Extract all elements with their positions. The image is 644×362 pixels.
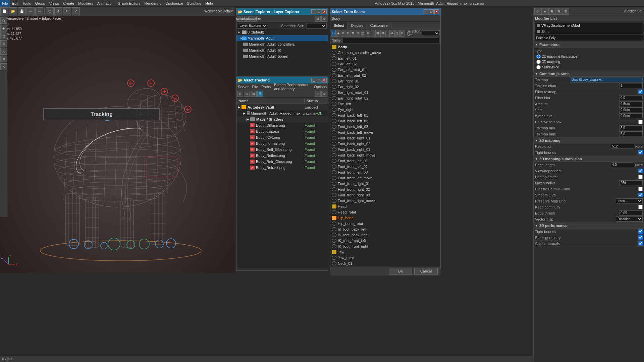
asset-body-normal[interactable]: P Body_normal.png Found (236, 140, 328, 146)
scene-item-ik-foot-back-left[interactable]: IK_foot_back_left (330, 226, 440, 232)
move-btn[interactable]: ✛ (54, 7, 62, 15)
menu-help[interactable]: Help (203, 0, 215, 7)
editable-poly-item[interactable]: Editable Poly (534, 35, 643, 41)
redo-btn[interactable]: ↪ (35, 7, 43, 15)
sfs-selection-set-dropdown[interactable] (422, 31, 440, 36)
scene-item-foot-back-right-01[interactable]: Foot_back_right_01 (330, 135, 440, 141)
sfs-btn-1[interactable]: ⬡ (331, 30, 336, 37)
menu-file[interactable]: File (0, 0, 10, 7)
mod-btn-5[interactable]: ⊠ (562, 8, 569, 15)
scene-item-foot-back-left-03[interactable]: Foot_back_left_03 (330, 124, 440, 129)
menu-views[interactable]: Views (47, 0, 61, 7)
options-btn[interactable]: ⚙ (321, 16, 327, 22)
scene-object-list[interactable]: Body Common_controller_move Ear_left_01 … (330, 44, 440, 266)
2d-mapping-header[interactable]: ▼ 2D mapping (534, 137, 644, 143)
viewport[interactable]: + [ Perspective ] Shaded + Edged Faces ]… (0, 16, 235, 273)
menu-server[interactable]: Server (238, 85, 249, 89)
scene-item-ear-left-02[interactable]: Ear_left_02 (330, 61, 440, 67)
asset-body-diffuse[interactable]: P Body_Diffuse.png Found (236, 122, 328, 128)
filter-blur-input[interactable] (619, 95, 643, 100)
edge-length-input[interactable] (611, 162, 634, 167)
at-options-btn[interactable]: ⚙ (321, 91, 327, 97)
asset-body-disp[interactable]: P Body_disp.exr Found (236, 128, 328, 134)
scene-item-body[interactable]: Body (330, 44, 440, 50)
scene-item-ear-left-rotat-02[interactable]: Ear_left_rotat_02 (330, 72, 440, 78)
modifier-stack[interactable]: VRayDisplacementMod Skin (534, 22, 643, 34)
parameters-section-header[interactable]: ▼ Parameters (534, 42, 644, 48)
scene-item-jaw[interactable]: Jaw (330, 249, 440, 255)
scene-item-foot-front-left-move[interactable]: Foot_front_left_move (330, 175, 440, 181)
texture-chan-input[interactable] (619, 83, 643, 88)
sfs-btn-12[interactable]: ⬛ (385, 30, 390, 37)
scene-item-foot-front-left-02[interactable]: Foot_front_left_02 (330, 164, 440, 169)
asset-body-refr-gloss[interactable]: P Body_Refr_Gloss.png Found (236, 159, 328, 165)
classic-catmull-check[interactable] (638, 187, 643, 191)
menu-create[interactable]: Create (61, 0, 76, 7)
static-geometry-check[interactable] (638, 235, 643, 240)
scene-item-head-rotat[interactable]: Head_rotat (330, 209, 440, 215)
filter-btn[interactable]: ⊟ (315, 16, 321, 22)
customize-tab-btn[interactable]: Customize (251, 16, 257, 22)
common-params-header[interactable]: ▼ Common params (534, 71, 644, 77)
scene-item-foot-back-right-move[interactable]: Foot_back_right_move (330, 152, 440, 158)
menu-options[interactable]: Options (314, 85, 327, 89)
scene-item-ear-right-rotat-02[interactable]: Ear_right_rotat_02 (330, 95, 440, 101)
layer-item-mammoth-adult[interactable]: ▶ Mammoth_Adult (236, 35, 328, 41)
at-toolbar-btn2[interactable]: ⊟ (244, 91, 250, 97)
scene-item-foot-front-left-01[interactable]: Foot_front_left_01 (330, 158, 440, 164)
scene-item-hip-bone-rotat[interactable]: Hip_bone_rotat (330, 221, 440, 226)
scene-item-foot-front-right-03[interactable]: Foot_front_right_03 (330, 192, 440, 198)
menu-edit[interactable]: Edit (10, 0, 20, 7)
modifier-skin[interactable]: Skin (535, 28, 643, 34)
scene-item-ear-left-rotat-01[interactable]: Ear_left_rotat_01 (330, 67, 440, 72)
scene-item-common-controller[interactable]: Common_controller_move (330, 50, 440, 55)
new-btn[interactable]: 📄 (0, 7, 8, 15)
scene-item-foot-back-left-move[interactable]: Foot_back_left_move (330, 129, 440, 135)
minimize-btn[interactable]: _ (311, 9, 316, 14)
scene-item-ear-right-rotat-01[interactable]: Ear_right_rotat_01 (330, 89, 440, 95)
use-object-mtl-check[interactable] (638, 175, 643, 179)
undo-btn[interactable]: ↩ (26, 7, 35, 15)
amount-input[interactable] (619, 101, 643, 106)
scene-item-eye-right[interactable]: Eye_right (330, 107, 440, 112)
mod-btn-2[interactable]: ◈ (541, 8, 548, 15)
texmap-max-input[interactable] (619, 131, 643, 136)
sfs-btn-10[interactable]: ⊞ (375, 30, 380, 37)
view-dependent-check[interactable] (638, 169, 643, 173)
menu-scripting[interactable]: Scripting (185, 0, 203, 7)
sfs-btn-5[interactable]: ⊠ (351, 30, 356, 37)
scene-item-ear-right-02[interactable]: Ear_right_02 (330, 84, 440, 89)
at-toolbar-btn4[interactable]: ☰ (257, 91, 263, 97)
scene-item-foot-front-right-move[interactable]: Foot_front_right_move (330, 198, 440, 203)
menu-tools[interactable]: Tools (20, 0, 33, 7)
asset-body-refract[interactable]: P Body_Refract.png Found (236, 165, 328, 171)
at-minimize-btn[interactable]: _ (311, 78, 316, 82)
scene-item-foot-front-right-01[interactable]: Foot_front_right_01 (330, 181, 440, 186)
left-tool-5[interactable]: △ (0, 48, 7, 55)
resolution-input[interactable] (611, 144, 634, 149)
sfs-btn-13[interactable]: ⊕ (390, 30, 395, 37)
scene-item-eye-left[interactable]: Eye_left (330, 101, 440, 107)
layer-item-controllers[interactable]: ▷ Mammoth_Adult_controllers (236, 41, 328, 47)
filter-texmap-check[interactable] (638, 89, 643, 94)
sfs-btn-11[interactable]: ⊡ (380, 30, 385, 37)
scene-item-foot-back-left-02[interactable]: Foot_back_left_02 (330, 118, 440, 124)
subdivision-header[interactable]: ▼ 3D mapping/subdivision (534, 156, 644, 162)
menu-file[interactable]: File (252, 85, 258, 89)
sfs-minimize-btn[interactable]: _ (424, 9, 428, 14)
left-tool-7[interactable]: ∿ (0, 63, 7, 70)
menu-animation[interactable]: Animation (95, 0, 116, 7)
mod-btn-3[interactable]: ⊞ (548, 8, 555, 15)
restore-btn[interactable]: □ (317, 9, 321, 14)
max-subdivs-input[interactable] (619, 180, 643, 185)
maps-shaders-group[interactable]: ▶ Maps / Shaders (236, 116, 328, 122)
sfs-btn-7[interactable]: ◫ (361, 30, 365, 37)
sfs-tab-display[interactable]: Display (348, 22, 367, 29)
texmap-value[interactable]: Disp (Body_disp.exr) (570, 77, 643, 82)
at-restore-btn[interactable]: □ (317, 78, 321, 82)
layer-explorer-dropdown[interactable]: Layer Explorer (238, 23, 267, 28)
layer-tree[interactable]: ▶ 0 (default) ▶ Mammoth_Adult ▷ Mammoth_… (236, 29, 328, 75)
sfs-btn-14[interactable]: ∑ (395, 30, 400, 37)
close-btn[interactable]: ✕ (322, 9, 327, 14)
cache-normals-check[interactable] (638, 241, 643, 246)
